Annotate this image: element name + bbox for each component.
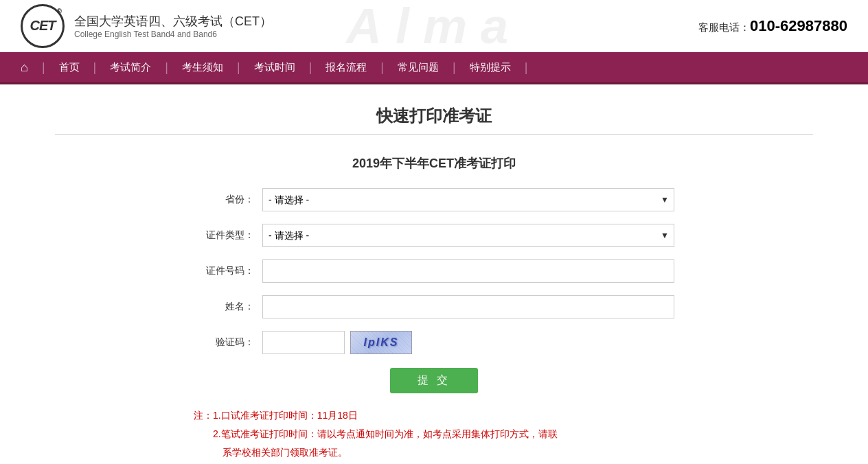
form-container: 2019年下半年CET准考证打印 省份： - 请选择 - ▼ 证件类型： - 请…	[194, 155, 674, 462]
nav-item-time[interactable]: 考试时间	[240, 52, 309, 82]
note-3: 系学校相关部门领取准考证。	[194, 444, 674, 461]
nav-item-intro[interactable]: 考试简介	[96, 52, 165, 82]
id-type-select[interactable]: - 请选择 -	[262, 224, 674, 247]
nav-item-index[interactable]: 首页	[45, 52, 93, 82]
note-1: 注：1.口试准考证打印时间：11月18日	[194, 407, 674, 424]
captcha-row: 验证码： IpIKS	[194, 331, 674, 354]
header-title-zh: 全国大学英语四、六级考试（CET）	[74, 13, 272, 30]
main-nav: ⌂ | 首页 | 考试简介 | 考生须知 | 考试时间 | 报名流程 | 常见问…	[0, 52, 868, 82]
header-bg-decoration: Alma	[346, 0, 522, 54]
id-type-label: 证件类型：	[194, 229, 262, 242]
name-row: 姓名：	[194, 295, 674, 318]
logo-area: CET 全国大学英语四、六级考试（CET） College English Te…	[21, 4, 272, 48]
nav-home-icon[interactable]: ⌂	[7, 52, 42, 82]
name-label: 姓名：	[194, 301, 262, 313]
header-title-en: College English Test Band4 and Band6	[74, 30, 272, 39]
phone-label: 客服电话：	[698, 21, 750, 33]
province-label: 省份：	[194, 194, 262, 206]
header-title-area: 全国大学英语四、六级考试（CET） College English Test B…	[74, 13, 272, 39]
captcha-input[interactable]	[262, 331, 345, 354]
id-number-row: 证件号码：	[194, 259, 674, 283]
page-title: 快速打印准考证	[55, 105, 813, 127]
page-title-wrap: 快速打印准考证	[55, 105, 813, 127]
submit-button[interactable]: 提 交	[390, 368, 478, 393]
province-row: 省份： - 请选择 - ▼	[194, 188, 674, 211]
nav-item-tips[interactable]: 特别提示	[456, 52, 525, 82]
id-number-label: 证件号码：	[194, 265, 262, 277]
province-select-wrapper[interactable]: - 请选择 - ▼	[262, 188, 674, 211]
nav-item-notice[interactable]: 考生须知	[168, 52, 237, 82]
nav-item-faq[interactable]: 常见问题	[384, 52, 453, 82]
notes-section: 注：1.口试准考证打印时间：11月18日 2.笔试准考证打印时间：请以考点通知时…	[194, 407, 674, 462]
home-icon: ⌂	[21, 60, 28, 75]
note-2: 2.笔试准考证打印时间：请以考点通知时间为准，如考点采用集体打印方式，请联	[194, 426, 674, 443]
captcha-label: 验证码：	[194, 336, 262, 349]
title-divider	[55, 134, 813, 135]
form-section-title: 2019年下半年CET准考证打印	[194, 155, 674, 172]
id-type-select-wrapper[interactable]: - 请选择 - ▼	[262, 224, 674, 247]
header-phone: 客服电话：010-62987880	[698, 17, 847, 35]
captcha-group: IpIKS	[262, 331, 412, 354]
page-header: CET 全国大学英语四、六级考试（CET） College English Te…	[0, 0, 868, 52]
id-number-input[interactable]	[262, 259, 674, 283]
phone-number: 010-62987880	[750, 17, 847, 34]
submit-row: 提 交	[194, 368, 674, 393]
id-type-row: 证件类型： - 请选择 - ▼	[194, 224, 674, 247]
main-content: 快速打印准考证 2019年下半年CET准考证打印 省份： - 请选择 - ▼ 证…	[0, 84, 868, 464]
province-select[interactable]: - 请选择 -	[262, 188, 674, 211]
name-input[interactable]	[262, 295, 674, 318]
cet-logo: CET	[21, 4, 65, 48]
nav-sep-7: |	[525, 60, 528, 75]
nav-item-process[interactable]: 报名流程	[312, 52, 380, 82]
captcha-image[interactable]: IpIKS	[350, 331, 412, 354]
